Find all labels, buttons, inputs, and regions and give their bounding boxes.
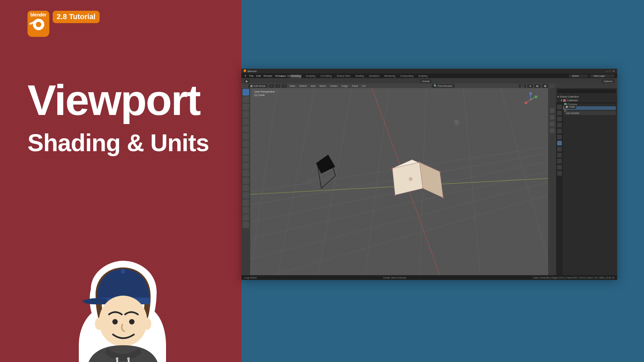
- scene-strip[interactable]: Scene View Layer: [569, 74, 614, 77]
- viewport-nav-icons[interactable]: [548, 88, 556, 275]
- menu-edit[interactable]: Edit: [256, 74, 261, 77]
- maximize-icon: □: [608, 70, 612, 73]
- prop-tab-output-icon[interactable]: [557, 111, 562, 115]
- tool-inset-icon[interactable]: [243, 155, 249, 162]
- outliner-scene-collection: ▾Scene Collection: [557, 95, 616, 99]
- tool-spin-icon[interactable]: [243, 192, 249, 199]
- tool-shrink-icon[interactable]: [243, 214, 249, 221]
- status-mid: Center View to Mouse: [383, 277, 406, 279]
- properties-tabs[interactable]: [556, 103, 563, 275]
- tab-modeling[interactable]: Modeling: [290, 74, 302, 78]
- menu-render[interactable]: Render: [264, 74, 272, 77]
- tool-knife-icon[interactable]: [243, 177, 249, 184]
- toolbar[interactable]: [241, 88, 250, 275]
- select-mode-edge-icon[interactable]: ▫: [275, 84, 280, 88]
- header-row-2: ▦ Edit Mode ▫ ▫ ▫ View Select Add Mesh V…: [241, 83, 555, 88]
- orientation-dropdown[interactable]: Global: [420, 79, 431, 83]
- outliner-collection: ▾Collection: [557, 99, 616, 102]
- menu-mesh[interactable]: Mesh: [318, 84, 327, 88]
- tab-animation[interactable]: Animation: [368, 74, 381, 78]
- tool-bevel-icon[interactable]: [243, 163, 249, 169]
- pan-icon[interactable]: [550, 115, 554, 120]
- tutorial-badge: 2.8 Tutorial: [53, 11, 100, 23]
- prop-tab-render-icon[interactable]: [557, 105, 562, 109]
- svg-point-41: [442, 197, 444, 198]
- tab-layout[interactable]: Layout: [278, 74, 287, 78]
- shading-matprev-icon[interactable]: ◐: [534, 84, 541, 88]
- tab-rendering[interactable]: Rendering: [383, 74, 396, 78]
- tool-smooth-icon[interactable]: [243, 199, 249, 206]
- prop-tab-scene-icon[interactable]: [557, 123, 562, 127]
- scene-field[interactable]: Scene: [569, 74, 588, 77]
- shading-solid-icon[interactable]: ●: [527, 84, 533, 88]
- find-models-field[interactable]: 🔍 Find Models: [432, 84, 454, 88]
- prop-tab-material-icon[interactable]: [557, 171, 562, 176]
- tab-texturepaint[interactable]: Texture Paint: [335, 74, 352, 78]
- window-titlebar: Blender —□✕: [241, 69, 617, 73]
- mode-dropdown[interactable]: ▦ Edit Mode: [248, 84, 268, 88]
- grid-floor: [250, 88, 548, 275]
- blender-screenshot: Blender —□✕ ✦ File Edit Render Window He…: [241, 69, 617, 280]
- tab-shading[interactable]: Shading: [354, 74, 365, 78]
- svg-line-18: [250, 88, 277, 275]
- window-controls[interactable]: —□✕: [605, 70, 615, 73]
- outliner-search-input[interactable]: [557, 89, 616, 93]
- tool-polybuild-icon[interactable]: [243, 185, 249, 191]
- zoom-icon[interactable]: [550, 108, 554, 113]
- tab-scripting[interactable]: Scripting: [417, 74, 429, 78]
- shading-rendered-icon[interactable]: ◉: [542, 84, 548, 88]
- tab-uvediting[interactable]: UV Editing: [319, 74, 333, 78]
- menu-edge[interactable]: Edge: [340, 84, 350, 88]
- menu-select[interactable]: Select: [298, 84, 308, 88]
- tool-transform-icon[interactable]: [243, 126, 249, 132]
- menu-face[interactable]: Face: [351, 84, 359, 88]
- select-mode-vertex-icon[interactable]: ▫: [269, 84, 274, 88]
- viewlayer-field[interactable]: View Layer: [590, 74, 614, 77]
- perspective-icon[interactable]: [550, 128, 554, 133]
- prop-tab-world-icon[interactable]: [557, 129, 562, 133]
- camera-icon[interactable]: [550, 122, 554, 126]
- thumbnail-subtitle: Shading & Units: [28, 129, 209, 157]
- svg-point-5: [112, 319, 118, 324]
- menu-add[interactable]: Add: [309, 84, 317, 88]
- menu-view[interactable]: View: [288, 84, 297, 88]
- tool-annotate-icon[interactable]: [243, 133, 249, 140]
- prop-tab-viewlayer-icon[interactable]: [557, 117, 562, 121]
- prop-tab-modifier-icon[interactable]: [557, 141, 562, 145]
- tool-extrude-icon[interactable]: [243, 148, 249, 155]
- tool-edgeSlide-icon[interactable]: [243, 207, 249, 214]
- tool-loopcut-icon[interactable]: [243, 170, 249, 177]
- menu-file[interactable]: File: [249, 74, 254, 77]
- svg-point-38: [439, 171, 440, 172]
- shading-wireframe-icon[interactable]: ◯: [519, 84, 526, 88]
- tool-scale-icon[interactable]: [243, 118, 249, 125]
- svg-point-1: [121, 269, 125, 274]
- menu-uv[interactable]: UV: [361, 84, 367, 88]
- select-mode-face-icon[interactable]: ▫: [282, 84, 287, 88]
- workspace-tabs[interactable]: Layout Modeling Sculpting UV Editing Tex…: [278, 74, 429, 78]
- tab-compositing[interactable]: Compositing: [399, 74, 415, 78]
- outliner[interactable]: ▾Scene Collection ▾Collection Camera Cub…: [556, 88, 617, 103]
- prop-tab-physics-icon[interactable]: [557, 153, 562, 158]
- nav-gizmo[interactable]: [523, 92, 538, 107]
- logo-circle-icon: [33, 19, 44, 30]
- prop-tab-constraints-icon[interactable]: [557, 159, 562, 164]
- prop-tab-mesh-icon[interactable]: [557, 165, 562, 170]
- tab-sculpting[interactable]: Sculpting: [304, 74, 317, 78]
- camera-object: [307, 155, 336, 188]
- add-modifier-dropdown[interactable]: Add Modifier: [564, 111, 616, 115]
- tool-rip-icon[interactable]: [243, 222, 249, 228]
- play-icon[interactable]: ▶: [244, 79, 250, 83]
- prop-tab-object-icon[interactable]: [557, 135, 562, 139]
- tool-move-icon[interactable]: [243, 104, 249, 110]
- menu-vertex[interactable]: Vertex: [329, 84, 339, 88]
- 3d-viewport[interactable]: User Perspective(1) Cube: [250, 88, 548, 275]
- tool-rotate-icon[interactable]: [243, 111, 249, 118]
- tool-select-box-icon[interactable]: [243, 89, 249, 96]
- prop-tab-particles-icon[interactable]: [557, 147, 562, 152]
- options-dropdown[interactable]: Options: [602, 79, 614, 83]
- tool-measure-icon[interactable]: [243, 140, 249, 147]
- blender-menu-icon[interactable]: ✦: [244, 74, 247, 77]
- svg-point-37: [419, 162, 420, 163]
- tool-cursor-icon[interactable]: [243, 96, 249, 103]
